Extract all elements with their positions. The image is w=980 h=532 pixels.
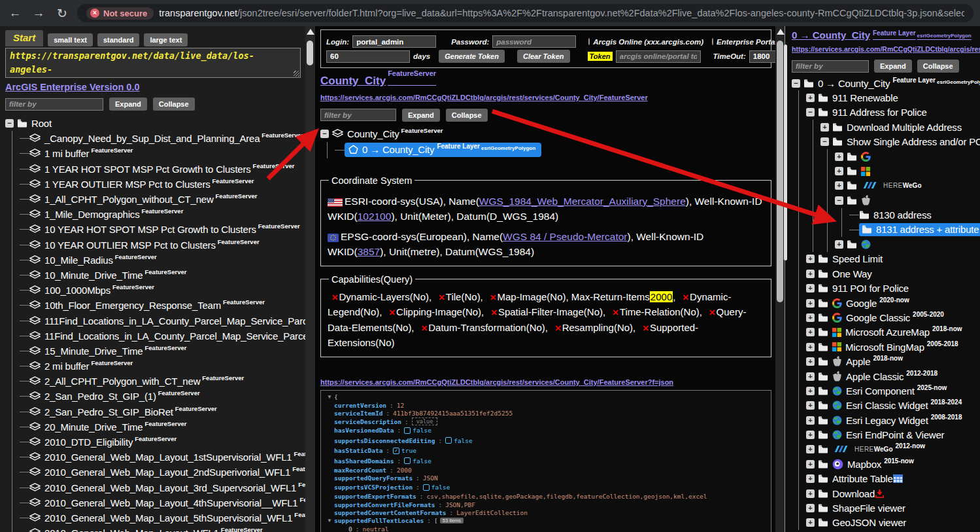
json-url-link[interactable]: https://services.arcgis.com/RmCCgQtiZLDC… xyxy=(320,378,673,386)
tree-row[interactable]: +HEREWeGo xyxy=(792,179,980,193)
back-icon[interactable]: ← xyxy=(7,6,24,20)
collapse-toggle[interactable]: − xyxy=(835,196,843,205)
expand-toggle[interactable]: + xyxy=(806,460,815,469)
tree-row[interactable]: +Attribute Table xyxy=(792,472,980,486)
data-url-textarea[interactable]: https://transparentgov.net/data/live_dat… xyxy=(5,48,301,78)
tree-row[interactable]: −0 → County_CityFeature LayeresriGeometr… xyxy=(792,76,980,90)
expand-toggle[interactable]: + xyxy=(806,357,815,366)
tree-row[interactable]: _Canopy_Need_by_Sup_Dist_and_Planning_Ar… xyxy=(5,131,305,146)
expand-toggle[interactable]: + xyxy=(806,94,815,102)
right-scroll-thumb[interactable] xyxy=(784,44,787,260)
tree-row[interactable]: 10th_Floor_Emergency_Response_TeamFeatur… xyxy=(5,298,305,313)
tree-row[interactable]: 15_Minute_Drive_TimeFeatureServer xyxy=(5,344,305,359)
expand-toggle[interactable]: + xyxy=(806,328,815,336)
boolean-checkbox[interactable]: ✓ xyxy=(393,448,399,454)
tree-row[interactable]: +Apple2018-now xyxy=(792,354,980,368)
tree-row[interactable]: 1 YEAR HOT SPOT MSP Pct Growth to Cluste… xyxy=(5,162,305,177)
security-badge[interactable]: × Not secure xyxy=(86,7,154,20)
start-tab[interactable]: Start xyxy=(5,30,43,46)
tree-row[interactable]: 2_San_Pedro_St_GIP_BioRetFeatureServer xyxy=(5,404,305,419)
tree-row[interactable]: +Download xyxy=(792,486,980,501)
tree-row[interactable]: +911 Renewable xyxy=(792,90,980,105)
arcgis-online-radio[interactable] xyxy=(588,38,590,45)
expand-toggle[interactable]: + xyxy=(806,401,815,410)
expand-toggle[interactable]: + xyxy=(806,489,815,498)
tree-row[interactable]: −Show Single Address and/or POI xyxy=(792,135,980,149)
tree-row[interactable]: +911 POI for Police xyxy=(792,281,980,295)
tree-row[interactable]: 20_Minute_Drive_TimeFeatureServer xyxy=(5,419,305,434)
tree-row[interactable]: 100_1000MbpsFeatureServer xyxy=(5,283,305,298)
collapse-toggle[interactable]: − xyxy=(792,79,800,88)
left-scroll-thumb[interactable] xyxy=(307,41,313,65)
tree-row[interactable]: +Esri Component2025-now xyxy=(792,383,980,398)
tree-row[interactable]: +One Way xyxy=(792,266,980,281)
service-title-link[interactable]: County_CityFeatureServer xyxy=(320,75,436,87)
password-input[interactable] xyxy=(492,35,576,48)
tree-row[interactable]: +Microsoft AzureMap2018-now xyxy=(792,325,980,340)
expand-toggle[interactable]: + xyxy=(806,372,815,381)
mid-collapse-button[interactable]: Collapse xyxy=(446,109,488,122)
expand-toggle[interactable]: + xyxy=(806,313,815,322)
boolean-checkbox[interactable] xyxy=(404,457,411,464)
tree-row[interactable]: 8130 address xyxy=(792,208,980,222)
wkid-link[interactable]: 3857 xyxy=(358,246,380,257)
tree-row[interactable]: − xyxy=(792,193,980,207)
tree-row[interactable]: + xyxy=(792,237,980,251)
small-text-button[interactable]: small text xyxy=(48,33,93,46)
tree-row[interactable]: 10 YEAR OUTLIER MSP Pct to ClustersFeatu… xyxy=(5,238,305,253)
expand-toggle[interactable]: + xyxy=(806,343,815,351)
arcgis-version-link[interactable]: ArcGIS Enterprise Version 0.0 xyxy=(5,82,140,92)
expire-days-input[interactable] xyxy=(326,50,410,63)
tree-row[interactable]: 8131 address + attribute xyxy=(792,222,980,237)
tree-row[interactable]: +GeoJSON viewer xyxy=(792,516,980,530)
left-scrollbar[interactable] xyxy=(305,26,315,532)
expand-arrow-icon[interactable]: ▼ xyxy=(325,394,334,400)
standard-text-button[interactable]: standard xyxy=(97,33,139,46)
service-url-link[interactable]: https://services.arcgis.com/RmCCgQtiZLDC… xyxy=(320,94,648,101)
collapse-toggle[interactable]: − xyxy=(820,137,829,146)
expand-toggle[interactable]: + xyxy=(806,255,815,263)
boolean-checkbox[interactable] xyxy=(423,484,430,491)
token-input[interactable] xyxy=(616,50,701,63)
expand-toggle[interactable]: + xyxy=(806,270,815,278)
tree-row[interactable]: +HEREWeGo2012-now xyxy=(792,442,980,457)
tree-row[interactable]: 1 mi bufferFeatureServer xyxy=(5,146,305,161)
left-collapse-button[interactable]: Collapse xyxy=(153,98,195,111)
tree-row[interactable]: +Microsoft BingMap2005-2018 xyxy=(792,340,980,354)
middle-scrollbar[interactable] xyxy=(775,26,785,532)
expand-toggle[interactable]: + xyxy=(835,167,843,175)
tree-row[interactable]: +ShapeFile viewer xyxy=(792,501,980,515)
tree-row[interactable]: +Speed Limit xyxy=(792,252,980,266)
mid-filter-input[interactable] xyxy=(320,109,396,121)
tree-row[interactable]: 2 mi bufferFeatureServer xyxy=(5,359,305,374)
expand-toggle[interactable]: + xyxy=(806,416,815,425)
tree-row[interactable]: +Download Multiple Address xyxy=(792,120,980,134)
tree-row-root[interactable]: −County_CityFeatureServer xyxy=(320,126,771,142)
wkid-link[interactable]: WGS 84 / Pseudo-Mercator xyxy=(503,231,627,242)
wkid-link[interactable]: 102100 xyxy=(358,211,392,222)
tree-row[interactable]: + xyxy=(792,149,980,164)
tree-row[interactable]: 10_Minute_Drive_TimeFeatureServer xyxy=(5,268,305,283)
wkid-link[interactable]: WGS_1984_Web_Mercator_Auxiliary_Sphere xyxy=(479,196,686,207)
expand-toggle[interactable]: + xyxy=(806,445,815,453)
left-filter-input[interactable] xyxy=(5,98,103,111)
clear-token-button[interactable]: Clear Token xyxy=(517,50,570,63)
mid-expand-button[interactable]: Expand xyxy=(402,109,440,122)
tree-row[interactable]: 11Find_Locations_in_LA_County_Parcel_Map… xyxy=(5,328,305,344)
tree-row[interactable]: 2010_General_Web_Map_Layout_1stSuperviso… xyxy=(5,450,305,465)
expand-toggle[interactable]: + xyxy=(820,123,829,132)
collapse-toggle[interactable]: − xyxy=(806,108,815,116)
tree-row[interactable]: −911 Address for Police xyxy=(792,105,980,120)
tree-row[interactable]: +Esri EndPoint & Viewer xyxy=(792,427,980,442)
right-collapse-button[interactable]: Collapse xyxy=(917,60,959,73)
tree-row[interactable]: 2010_General_Web_Map_Layout_4thSuperviso… xyxy=(5,495,305,510)
address-bar[interactable]: × Not secure transparentgov.net/json2tre… xyxy=(77,4,973,22)
expand-toggle[interactable]: + xyxy=(806,504,815,512)
expand-toggle[interactable]: + xyxy=(835,152,843,161)
tree-row[interactable]: 111Find_Locations_in_LA_County_Parcel_Ma… xyxy=(5,313,305,328)
tree-row[interactable]: 10 YEAR HOT SPOT MSP Pct Growth to Clust… xyxy=(5,222,305,237)
expand-toggle[interactable]: + xyxy=(806,518,815,527)
expand-toggle[interactable]: + xyxy=(835,181,843,190)
scroll-up-icon[interactable] xyxy=(307,29,314,35)
tree-row[interactable]: +Esri Legacy Widget2008-2018 xyxy=(792,413,980,427)
